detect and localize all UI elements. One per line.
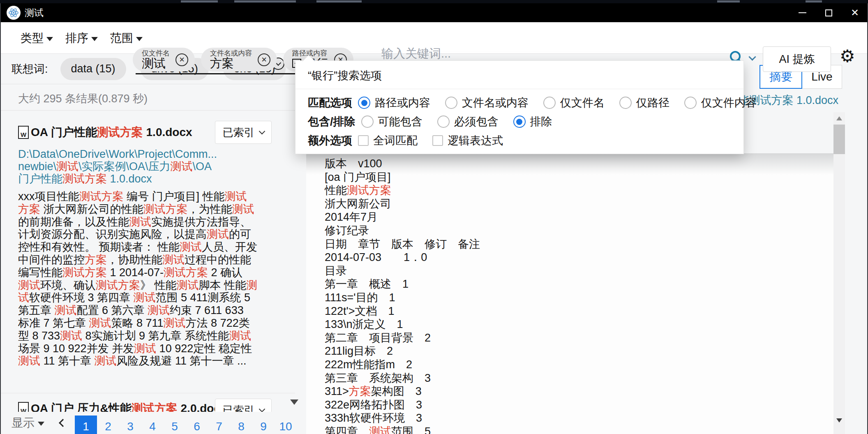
text-line: 111s='目的 1: [325, 291, 480, 305]
chip-type-label: 路径或内容: [292, 50, 328, 57]
radio-option-排除[interactable]: 排除: [513, 114, 552, 129]
radio-option-仅路径[interactable]: 仅路径: [619, 95, 669, 110]
text-segment: 控性和有效性。 预期读者： 性能: [18, 241, 180, 253]
text-line: 版本 v100: [325, 157, 480, 171]
text-segment: \OA: [193, 160, 212, 173]
radio-icon[interactable]: [437, 115, 450, 128]
text-segment: 133\n浙定义 1: [325, 318, 403, 330]
text-line: 2014年7月: [325, 210, 480, 224]
option-label: 全词匹配: [373, 133, 418, 148]
text-line: 型 8 733测试 8实施计划 9 第九章 系统性能测试: [18, 330, 306, 342]
page-number-5[interactable]: 5: [164, 416, 186, 434]
radio-option-仅文件名[interactable]: 仅文件名: [543, 95, 605, 110]
background-fragment: [717, 0, 740, 2]
previous-page-button[interactable]: [59, 419, 67, 427]
filter-dropdown-范围[interactable]: 范围: [110, 30, 143, 46]
text-segment: xxx项目性能: [18, 190, 79, 203]
radio-icon[interactable]: [445, 97, 457, 109]
page-number-9[interactable]: 9: [252, 416, 275, 434]
text-segment: 日期 章节 版本 修订 备注: [325, 238, 480, 250]
search-chip[interactable]: 文件名或内容方案✕: [201, 48, 277, 72]
text-line: 第五章 测试配置 6 第六章 测试约束 7 611 633: [18, 304, 306, 317]
suggestion-pill[interactable]: data (15): [60, 58, 126, 80]
search-result-item[interactable]: W OA 门户性能测试方案 1.0.docx 已索引 D:\Data\OneDr…: [0, 121, 306, 367]
chip-remove-button[interactable]: ✕: [175, 53, 188, 66]
ai-refine-button[interactable]: AI 提炼: [763, 46, 831, 72]
radio-option-必须包含[interactable]: 必须包含: [437, 114, 499, 129]
text-line: 222m性能指m 2: [325, 358, 480, 372]
close-button[interactable]: ✕: [842, 3, 868, 22]
maximize-button[interactable]: [815, 3, 842, 22]
radio-icon[interactable]: [684, 97, 697, 109]
text-segment: 修订纪录: [325, 224, 369, 237]
text-line: 编写性能测试方案 1 2014-07-测试方案 2 确认: [18, 266, 306, 279]
radio-icon[interactable]: [619, 97, 632, 109]
text-segment: 8实施计划 9 第九章 系统性能: [82, 330, 229, 342]
search-chip[interactable]: 仅文件名测试✕: [133, 48, 195, 72]
text-segment: 211lig目标 2: [325, 345, 393, 357]
indexed-status-label: 已索引: [223, 125, 255, 140]
text-segment: 环境、确认: [40, 279, 96, 291]
preview-scrollbar[interactable]: [833, 112, 845, 434]
highlighted-term: 测试方案: [62, 173, 107, 185]
page-number-3[interactable]: 3: [119, 416, 141, 434]
result-title[interactable]: OA 门户性能测试方案 1.0.docx: [31, 125, 192, 140]
radio-option-可能包含[interactable]: 可能包含: [361, 114, 422, 129]
radio-selected-icon[interactable]: [358, 97, 370, 109]
highlighted-term: 测试: [56, 160, 78, 173]
checkbox-option-逻辑表达式[interactable]: 逻辑表达式: [432, 133, 503, 148]
radio-icon[interactable]: [361, 115, 374, 128]
page-number-1[interactable]: 1: [75, 416, 97, 434]
display-label: 显示: [12, 415, 35, 431]
list-scrollbar-down-arrow[interactable]: [290, 399, 298, 405]
page-number-10[interactable]: 10: [275, 416, 297, 434]
radio-selected-icon[interactable]: [513, 115, 526, 128]
settings-gear-icon[interactable]: ⚙: [840, 46, 855, 66]
text-line: 的前期准备，以及性能测试实施提供方法指导、: [18, 216, 306, 229]
filter-dropdown-排序[interactable]: 排序: [65, 30, 98, 46]
chip-value-text: 方案: [210, 57, 234, 69]
text-segment: 软硬件环境 3 第四章: [29, 291, 134, 304]
text-line: 第四章 测试范围 5: [325, 425, 480, 434]
page-number-6[interactable]: 6: [186, 416, 208, 434]
radio-icon[interactable]: [543, 97, 556, 109]
chip-value-text: 测试: [142, 57, 166, 69]
checkbox-icon[interactable]: [432, 135, 443, 146]
text-segment: ，为性能: [188, 203, 232, 215]
page-number-4[interactable]: 4: [141, 416, 164, 434]
radio-option-路径或内容[interactable]: 路径或内容: [358, 95, 430, 110]
page-number-2[interactable]: 2: [97, 416, 119, 434]
search-input[interactable]: 输入关键词...: [381, 46, 451, 62]
radio-option-仅文件内容[interactable]: 仅文件内容: [684, 95, 757, 110]
scrollbar-thumb[interactable]: [833, 125, 845, 154]
highlighted-term: 测试方案: [96, 279, 140, 291]
display-options-dropdown[interactable]: 显示: [12, 415, 44, 431]
popup-row-label: 匹配选项: [308, 95, 352, 110]
background-fragment: [181, 0, 218, 2]
page-number-8[interactable]: 8: [230, 416, 252, 434]
text-line: 浙大网新公司: [325, 197, 480, 211]
filter-dropdown-类型[interactable]: 类型: [21, 30, 53, 46]
highlighted-term: 试: [18, 291, 29, 304]
radio-option-文件名或内容[interactable]: 文件名或内容: [445, 95, 529, 110]
text-segment: 2014年7月: [325, 211, 378, 223]
text-segment: 的前期准备，以及性能: [18, 216, 129, 228]
chip-remove-button[interactable]: ✕: [258, 53, 270, 66]
popup-row: 匹配选项路径或内容文件名或内容仅文件名仅路径仅文件内容: [308, 93, 743, 112]
document-preview: 版本 v100[oa 门户项目]性能测试方案浙大网新公司2014年7月修订纪录日…: [306, 153, 833, 434]
text-line: newbie\测试\实际案例\OA\压力测试\OA: [18, 160, 306, 173]
minimize-button[interactable]: [789, 3, 815, 22]
checkbox-option-全词匹配[interactable]: 全词匹配: [358, 133, 418, 148]
indexed-status-dropdown[interactable]: 已索引: [215, 121, 272, 144]
checkbox-icon[interactable]: [358, 135, 369, 146]
text-segment: 333h软硬件环境 3: [325, 412, 422, 424]
highlighted-term: 测试方案: [62, 266, 107, 279]
page-number-7[interactable]: 7: [208, 416, 230, 434]
scrollbar-down-arrow[interactable]: [836, 418, 842, 422]
scrollbar-up-arrow[interactable]: [836, 116, 842, 120]
search-mode-chevron-icon[interactable]: [748, 53, 756, 60]
title-bar: 测试 ✕: [0, 3, 868, 22]
result-path[interactable]: D:\Data\OneDrive\Work\Project\Comm...new…: [18, 148, 306, 185]
window-border-left: [0, 3, 1, 434]
highlighted-term: 测试: [134, 342, 156, 355]
